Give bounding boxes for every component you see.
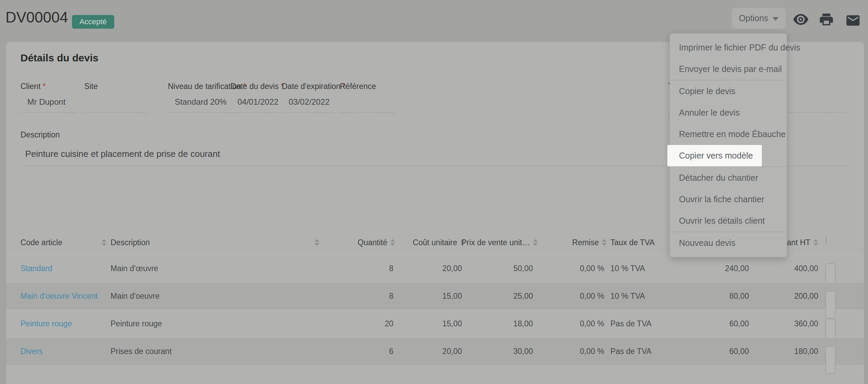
- column-header-vat[interactable]: Taux de TVA: [610, 233, 655, 252]
- cell-discount: 0,00 %: [580, 255, 604, 282]
- checkbox-icon: [825, 237, 827, 244]
- email-button[interactable]: [845, 13, 861, 28]
- cell-amount: 400,00: [794, 255, 818, 282]
- field-quote-date: Date du devis* 04/01/2022: [231, 82, 280, 113]
- print-icon: [819, 12, 834, 27]
- menu-item-open-client-details[interactable]: Ouvrir les détails client: [670, 210, 787, 232]
- sort-icon: [813, 239, 818, 246]
- eye-icon: [792, 11, 809, 28]
- field-pricing-level: Niveau de tarification* Standard 20%: [168, 82, 231, 113]
- column-header-quantity[interactable]: Quantité: [327, 233, 395, 252]
- cell-description: Peinture rouge: [111, 310, 162, 338]
- cell-unit-cost: 15,00: [442, 282, 462, 310]
- client-input[interactable]: Mr Dupont: [20, 97, 77, 113]
- table-row: Divers Prises de courant 6 20,00 30,00 0…: [6, 337, 864, 366]
- cell-quantity: 20: [385, 310, 393, 338]
- sort-icon: [390, 239, 395, 246]
- print-button[interactable]: [819, 12, 834, 27]
- menu-item-open-worksite[interactable]: Ouvrir la fiche chantier: [670, 189, 787, 210]
- cell-quantity: 6: [389, 338, 393, 365]
- column-header-unit-cost[interactable]: Coût unitaire: [397, 233, 465, 252]
- quote-date-input[interactable]: 04/01/2022: [231, 97, 280, 113]
- quote-page: { "colors": { "badge_bg": "#3c7e70", "li…: [0, 0, 868, 384]
- cell-vat: 10 % TVA: [610, 282, 645, 310]
- menu-item-copy-to-template[interactable]: Copier vers modèle: [667, 145, 762, 166]
- field-site: Site: [84, 82, 147, 113]
- cell-unit-cost: 20,00: [442, 255, 462, 282]
- field-label: Date du devis: [231, 82, 279, 91]
- cell-amount: 360,00: [794, 310, 818, 338]
- options-button-label: Options: [739, 13, 768, 23]
- table-row: Main d'oeuvre Vincent Main d'oeuvre 8 15…: [6, 282, 864, 310]
- cell-discount: 0,00 %: [580, 338, 604, 365]
- sort-icon: [315, 239, 319, 246]
- cell-vat: 10 % TVA: [610, 255, 645, 282]
- cell-unit-price: 30,00: [513, 338, 533, 365]
- sort-icon: [602, 239, 607, 246]
- sort-icon: [533, 239, 538, 246]
- menu-item-back-to-draft[interactable]: Remettre en mode Ébauche: [670, 123, 787, 145]
- cell-quantity: 8: [389, 282, 393, 310]
- menu-item-send-email[interactable]: Envoyer le devis par e-mail: [670, 58, 787, 80]
- section-title: Détails du devis: [20, 52, 98, 64]
- mail-icon: [845, 13, 861, 28]
- cell-unit-price: 50,00: [513, 255, 533, 282]
- field-label: Référence: [340, 82, 376, 91]
- options-menu: Imprimer le fichier PDF du devis Envoyer…: [670, 33, 787, 257]
- cell-discount: 0,00 %: [580, 282, 604, 310]
- field-label: Site: [84, 82, 98, 91]
- column-header-unit-price[interactable]: Prix de vente unit…: [467, 233, 538, 252]
- article-link[interactable]: Standard: [20, 255, 52, 282]
- menu-item-new-quote[interactable]: Nouveau devis: [670, 232, 787, 254]
- site-input[interactable]: [84, 97, 147, 113]
- preview-button[interactable]: [792, 11, 809, 28]
- article-link[interactable]: Main d'oeuvre Vincent: [20, 282, 98, 310]
- sort-icon: [102, 239, 106, 246]
- cell-vat: Pas de TVA: [610, 310, 652, 338]
- article-link[interactable]: Divers: [20, 338, 43, 365]
- chevron-down-icon: [772, 17, 779, 21]
- field-client: Client* Mr Dupont: [20, 82, 77, 113]
- options-button[interactable]: Options: [732, 8, 785, 29]
- cell-unit-cost: 20,00: [442, 338, 462, 365]
- cell-unit-price: 18,00: [513, 310, 533, 338]
- select-all-checkbox[interactable]: [825, 237, 827, 243]
- status-badge: Accepté: [72, 15, 114, 29]
- page-title: DV00004: [5, 9, 68, 26]
- pricing-level-input[interactable]: Standard 20%: [168, 97, 231, 113]
- cell-quantity: 8: [389, 255, 393, 282]
- expiry-date-input[interactable]: 03/02/2022: [282, 97, 335, 113]
- column-header-description[interactable]: Description: [111, 233, 319, 252]
- cell-margin: 80,00: [729, 282, 749, 310]
- field-label: Niveau de tarification: [168, 82, 241, 91]
- field-reference: Référence: [340, 82, 395, 113]
- required-marker: *: [43, 82, 46, 91]
- cell-margin: 60,00: [729, 338, 749, 365]
- row-checkbox[interactable]: [825, 346, 836, 374]
- field-label: Date d'expiration: [282, 82, 341, 91]
- cell-description: Main d'oeuvre: [111, 282, 160, 310]
- column-header-code-article[interactable]: Code article: [20, 233, 106, 252]
- article-link[interactable]: Peinture rouge: [20, 310, 72, 338]
- cell-discount: 0,00 %: [580, 310, 604, 338]
- cell-margin: 60,00: [729, 310, 749, 338]
- menu-item-copy-quote[interactable]: Copier le devis: [670, 80, 787, 102]
- table-row: Standard Main d'œuvre 8 20,00 50,00 0,00…: [6, 254, 864, 282]
- cell-description: Prises de courant: [111, 338, 172, 365]
- column-header-discount[interactable]: Remise: [538, 233, 607, 252]
- cell-amount: 200,00: [794, 282, 818, 310]
- menu-item-cancel-quote[interactable]: Annuler le devis: [670, 102, 787, 123]
- cell-description: Main d'œuvre: [111, 255, 158, 282]
- cell-amount: 180,00: [794, 338, 818, 365]
- menu-item-detach-worksite[interactable]: Détacher du chantier: [670, 167, 787, 189]
- cell-unit-price: 25,00: [513, 282, 533, 310]
- field-label: Client: [20, 82, 41, 91]
- cell-unit-cost: 15,00: [442, 310, 462, 338]
- reference-input[interactable]: [340, 97, 395, 113]
- field-expiry-date: Date d'expiration* 03/02/2022: [282, 82, 335, 113]
- table-row: Peinture rouge Peinture rouge 20 15,00 1…: [6, 310, 864, 338]
- cell-margin: 240,00: [725, 255, 749, 282]
- menu-item-print-pdf[interactable]: Imprimer le fichier PDF du devis: [670, 37, 787, 58]
- cell-vat: Pas de TVA: [610, 338, 652, 365]
